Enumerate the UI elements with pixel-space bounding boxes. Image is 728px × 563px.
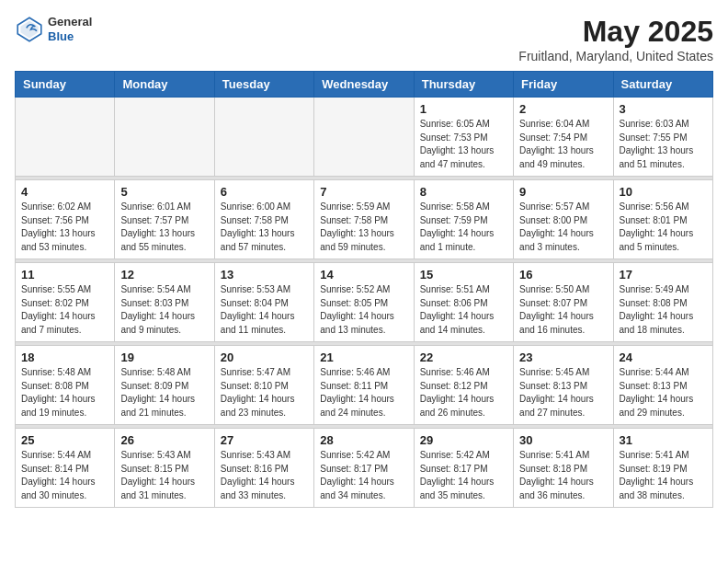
day-info: Sunrise: 5:41 AM Sunset: 8:18 PM Dayligh… (519, 449, 607, 502)
day-info: Sunrise: 6:05 AM Sunset: 7:53 PM Dayligh… (420, 118, 507, 171)
day-number: 28 (320, 433, 407, 447)
weekday-header: Friday (514, 72, 613, 98)
day-number: 20 (221, 350, 308, 364)
calendar-day: 10Sunrise: 5:56 AM Sunset: 8:01 PM Dayli… (613, 180, 712, 259)
day-number: 19 (120, 350, 208, 364)
day-info: Sunrise: 5:51 AM Sunset: 8:06 PM Dayligh… (420, 283, 507, 337)
calendar-day: 17Sunrise: 5:49 AM Sunset: 8:08 PM Dayli… (613, 263, 712, 342)
day-info: Sunrise: 5:42 AM Sunset: 8:17 PM Dayligh… (420, 449, 507, 502)
day-info: Sunrise: 5:52 AM Sunset: 8:05 PM Dayligh… (320, 283, 407, 337)
day-number: 29 (420, 433, 507, 447)
day-info: Sunrise: 5:46 AM Sunset: 8:12 PM Dayligh… (420, 366, 507, 419)
day-number: 8 (420, 185, 507, 199)
day-info: Sunrise: 5:50 AM Sunset: 8:07 PM Dayligh… (519, 283, 607, 337)
day-number: 7 (320, 185, 407, 199)
calendar-day: 2Sunrise: 6:04 AM Sunset: 7:54 PM Daylig… (514, 98, 613, 177)
day-info: Sunrise: 6:00 AM Sunset: 7:58 PM Dayligh… (221, 201, 308, 254)
day-info: Sunrise: 6:04 AM Sunset: 7:54 PM Dayligh… (519, 118, 607, 171)
day-info: Sunrise: 6:01 AM Sunset: 7:57 PM Dayligh… (120, 201, 208, 254)
calendar-day: 16Sunrise: 5:50 AM Sunset: 8:07 PM Dayli… (514, 263, 613, 342)
weekday-header: Sunday (16, 72, 115, 98)
day-number: 5 (120, 185, 208, 199)
day-number: 4 (21, 185, 108, 199)
day-number: 24 (620, 350, 707, 364)
calendar-day: 19Sunrise: 5:48 AM Sunset: 8:09 PM Dayli… (115, 346, 214, 425)
calendar-day: 29Sunrise: 5:42 AM Sunset: 8:17 PM Dayli… (414, 429, 513, 508)
weekday-header: Wednesday (314, 72, 414, 98)
day-info: Sunrise: 5:46 AM Sunset: 8:11 PM Dayligh… (320, 366, 407, 419)
calendar-day: 1Sunrise: 6:05 AM Sunset: 7:53 PM Daylig… (414, 98, 513, 177)
day-number: 9 (519, 185, 607, 199)
day-info: Sunrise: 5:48 AM Sunset: 8:08 PM Dayligh… (21, 366, 108, 419)
day-number: 18 (21, 350, 108, 364)
calendar-day: 14Sunrise: 5:52 AM Sunset: 8:05 PM Dayli… (314, 263, 414, 342)
calendar-day: 13Sunrise: 5:53 AM Sunset: 8:04 PM Dayli… (214, 263, 313, 342)
week-row: 18Sunrise: 5:48 AM Sunset: 8:08 PM Dayli… (16, 346, 713, 425)
day-number: 22 (420, 350, 507, 364)
calendar-day: 5Sunrise: 6:01 AM Sunset: 7:57 PM Daylig… (115, 180, 214, 259)
day-info: Sunrise: 6:03 AM Sunset: 7:55 PM Dayligh… (620, 118, 707, 171)
day-info: Sunrise: 5:43 AM Sunset: 8:16 PM Dayligh… (221, 449, 308, 502)
day-info: Sunrise: 5:59 AM Sunset: 7:58 PM Dayligh… (320, 201, 407, 254)
location-subtitle: Fruitland, Maryland, United States (518, 49, 713, 63)
day-info: Sunrise: 5:53 AM Sunset: 8:04 PM Dayligh… (221, 283, 308, 337)
day-number: 17 (620, 268, 707, 282)
day-number: 1 (420, 102, 507, 116)
calendar-table: SundayMondayTuesdayWednesdayThursdayFrid… (15, 71, 713, 508)
month-year-title: May 2025 (518, 15, 713, 49)
calendar-day: 28Sunrise: 5:42 AM Sunset: 8:17 PM Dayli… (314, 429, 414, 508)
week-row: 4Sunrise: 6:02 AM Sunset: 7:56 PM Daylig… (16, 180, 713, 259)
calendar-day: 9Sunrise: 5:57 AM Sunset: 8:00 PM Daylig… (514, 180, 613, 259)
day-info: Sunrise: 5:43 AM Sunset: 8:15 PM Dayligh… (120, 449, 208, 502)
week-row: 25Sunrise: 5:44 AM Sunset: 8:14 PM Dayli… (16, 429, 713, 508)
weekday-header: Monday (115, 72, 214, 98)
day-number: 2 (519, 102, 607, 116)
calendar-day: 3Sunrise: 6:03 AM Sunset: 7:55 PM Daylig… (613, 98, 712, 177)
calendar-day: 22Sunrise: 5:46 AM Sunset: 8:12 PM Dayli… (414, 346, 513, 425)
calendar-day (16, 98, 115, 177)
week-row: 1Sunrise: 6:05 AM Sunset: 7:53 PM Daylig… (16, 98, 713, 177)
day-number: 12 (120, 268, 208, 282)
day-number: 30 (519, 433, 607, 447)
day-number: 23 (519, 350, 607, 364)
day-info: Sunrise: 5:57 AM Sunset: 8:00 PM Dayligh… (519, 201, 607, 254)
day-info: Sunrise: 5:48 AM Sunset: 8:09 PM Dayligh… (120, 366, 208, 419)
day-number: 3 (620, 102, 707, 116)
calendar-day: 4Sunrise: 6:02 AM Sunset: 7:56 PM Daylig… (16, 180, 115, 259)
day-number: 31 (620, 433, 707, 447)
logo-general: General (48, 15, 92, 29)
logo-blue: Blue (48, 29, 92, 44)
calendar-day: 11Sunrise: 5:55 AM Sunset: 8:02 PM Dayli… (16, 263, 115, 342)
day-number: 11 (21, 268, 108, 282)
day-info: Sunrise: 5:44 AM Sunset: 8:14 PM Dayligh… (21, 449, 108, 502)
day-info: Sunrise: 5:54 AM Sunset: 8:03 PM Dayligh… (120, 283, 208, 337)
calendar-day (115, 98, 214, 177)
calendar-day: 23Sunrise: 5:45 AM Sunset: 8:13 PM Dayli… (514, 346, 613, 425)
day-info: Sunrise: 5:41 AM Sunset: 8:19 PM Dayligh… (620, 449, 707, 502)
page-header: General Blue May 2025 Fruitland, Marylan… (15, 15, 713, 63)
calendar-day: 31Sunrise: 5:41 AM Sunset: 8:19 PM Dayli… (613, 429, 712, 508)
day-info: Sunrise: 6:02 AM Sunset: 7:56 PM Dayligh… (21, 201, 108, 254)
calendar-day: 27Sunrise: 5:43 AM Sunset: 8:16 PM Dayli… (214, 429, 313, 508)
day-info: Sunrise: 5:49 AM Sunset: 8:08 PM Dayligh… (620, 283, 707, 337)
day-info: Sunrise: 5:44 AM Sunset: 8:13 PM Dayligh… (620, 366, 707, 419)
weekday-header: Saturday (613, 72, 712, 98)
calendar-day: 25Sunrise: 5:44 AM Sunset: 8:14 PM Dayli… (16, 429, 115, 508)
calendar-day: 18Sunrise: 5:48 AM Sunset: 8:08 PM Dayli… (16, 346, 115, 425)
day-number: 26 (120, 433, 208, 447)
day-info: Sunrise: 5:45 AM Sunset: 8:13 PM Dayligh… (519, 366, 607, 419)
week-row: 11Sunrise: 5:55 AM Sunset: 8:02 PM Dayli… (16, 263, 713, 342)
logo-icon (15, 15, 44, 44)
day-info: Sunrise: 5:56 AM Sunset: 8:01 PM Dayligh… (620, 201, 707, 254)
logo: General Blue (15, 15, 92, 44)
day-number: 15 (420, 268, 507, 282)
day-number: 6 (221, 185, 308, 199)
day-number: 14 (320, 268, 407, 282)
title-block: May 2025 Fruitland, Maryland, United Sta… (518, 15, 713, 63)
calendar-day: 21Sunrise: 5:46 AM Sunset: 8:11 PM Dayli… (314, 346, 414, 425)
calendar-day: 7Sunrise: 5:59 AM Sunset: 7:58 PM Daylig… (314, 180, 414, 259)
day-info: Sunrise: 5:58 AM Sunset: 7:59 PM Dayligh… (420, 201, 507, 254)
weekday-header: Tuesday (214, 72, 313, 98)
calendar-day: 6Sunrise: 6:00 AM Sunset: 7:58 PM Daylig… (214, 180, 313, 259)
day-info: Sunrise: 5:42 AM Sunset: 8:17 PM Dayligh… (320, 449, 407, 502)
